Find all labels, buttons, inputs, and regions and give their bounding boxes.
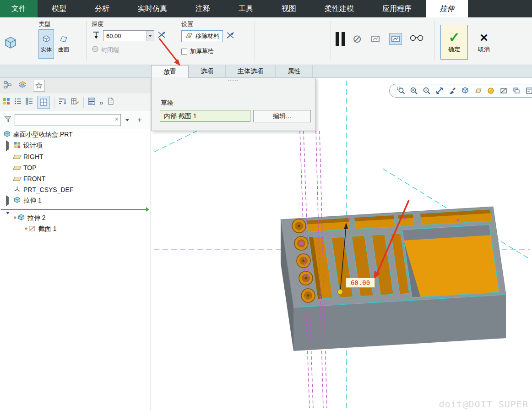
tab-options[interactable]: 选项	[189, 65, 226, 78]
pause-button[interactable]	[336, 32, 345, 46]
tab-properties[interactable]: 属性	[276, 65, 313, 78]
no-preview-icon[interactable]: ⊘	[353, 33, 362, 44]
attached-preview-icon[interactable]	[389, 33, 402, 45]
drag-handle[interactable]	[338, 290, 343, 295]
depth-group-label: 深度	[92, 20, 167, 28]
tree-item-top-plane[interactable]: TOP	[0, 162, 151, 173]
tree-item-label: 拉伸 2	[27, 214, 46, 222]
zoom-out-icon[interactable]	[421, 85, 433, 96]
ok-button[interactable]: ✓ 确定	[440, 25, 468, 60]
menu-file[interactable]: 文件	[0, 0, 38, 17]
list-view-icon[interactable]	[14, 98, 22, 107]
unattached-preview-icon[interactable]	[369, 33, 382, 45]
datum-display-icon[interactable]	[472, 85, 484, 96]
sort-icon[interactable]	[59, 98, 67, 107]
layers-icon[interactable]	[18, 81, 27, 90]
tree-item-right-plane[interactable]: RIGHT	[0, 151, 151, 162]
tree-document-icon[interactable]	[107, 98, 114, 107]
menu-live-simulation[interactable]: 实时仿真	[124, 0, 181, 17]
refit-icon[interactable]	[434, 85, 445, 96]
tree-columns-button[interactable]	[37, 96, 50, 109]
display-style-icon[interactable]	[459, 85, 471, 96]
tree-filter-input[interactable]	[15, 114, 121, 126]
menu-extrude-active-tab[interactable]: 拉伸	[426, 0, 468, 17]
surface-icon	[60, 35, 68, 44]
filter-funnel-icon[interactable]	[4, 115, 12, 125]
tree-item-design-items[interactable]: 设计项	[0, 140, 151, 151]
menu-view[interactable]: 视图	[267, 0, 310, 17]
filter-clear-icon[interactable]: ×	[115, 116, 119, 122]
more-tools-chevron[interactable]: »	[99, 99, 103, 106]
tree-item-part-root[interactable]: 桌面小型收纳盒.PRT	[0, 129, 151, 140]
depth-dropdown-arrow[interactable]	[146, 31, 154, 41]
verify-glasses-icon[interactable]	[409, 34, 424, 44]
flip-depth-direction-icon[interactable]	[157, 30, 167, 41]
panel-grip[interactable]: •••••	[228, 78, 239, 82]
model-tree-panel: » × + 桌面小型收纳盒.PRT 设计项 RIGHT TOP	[0, 78, 151, 411]
menu-model[interactable]: 模型	[38, 0, 81, 17]
filter-add-button[interactable]: +	[135, 114, 145, 126]
ribbon-group-depth: 深度 60.00 封闭端	[92, 20, 167, 54]
expand-arrow-icon[interactable]	[6, 197, 9, 204]
menu-analysis[interactable]: 分析	[81, 0, 124, 17]
detail-list-icon[interactable]	[26, 98, 33, 107]
insert-locator[interactable]	[0, 206, 151, 213]
ribbon-separator	[86, 21, 87, 60]
flip-material-side-icon[interactable]	[225, 31, 235, 42]
ribbon-group-settings: 设置 移除材料 加厚草绘	[181, 20, 235, 55]
thicken-sketch-toggle[interactable]: 加厚草绘	[181, 47, 235, 55]
surface-button[interactable]: 曲面	[56, 29, 71, 59]
favorites-button[interactable]	[33, 80, 45, 92]
model-3d[interactable]	[281, 207, 506, 351]
section-icon[interactable]	[498, 85, 510, 96]
expand-arrow-icon[interactable]	[6, 142, 9, 149]
tree-item-extrude-1[interactable]: 拉伸 1	[0, 195, 151, 206]
tree-item-csys[interactable]: PRT_CSYS_DEF	[0, 184, 151, 195]
type-group-label: 类型	[38, 20, 71, 28]
tree-toggle-icon[interactable]	[4, 81, 12, 91]
annotation-display-icon[interactable]	[523, 85, 532, 96]
tree-item-extrude-2[interactable]: * 拉伸 2	[0, 213, 151, 224]
menu-flexible-modeling[interactable]: 柔性建模	[310, 0, 368, 17]
menu-annotate[interactable]: 注释	[181, 0, 224, 17]
thicken-sketch-checkbox[interactable]	[181, 49, 187, 55]
ribbon-group-type: 类型 实体 曲面	[38, 20, 71, 59]
depth-value-combobox[interactable]: 60.00	[103, 30, 154, 41]
tree-item-label: 截面 1	[38, 225, 57, 233]
tree-item-label: RIGHT	[23, 153, 43, 160]
capped-ends-toggle[interactable]: 封闭端	[92, 45, 167, 54]
view-manager-icon[interactable]	[510, 85, 522, 96]
ok-button-label: 确定	[448, 45, 460, 54]
menu-applications[interactable]: 应用程序	[368, 0, 426, 17]
tree-filter-settings-icon[interactable]	[71, 98, 79, 107]
tree-item-front-plane[interactable]: FRONT	[0, 173, 151, 184]
capped-ends-label: 封闭端	[101, 46, 119, 54]
tree-item-label: 拉伸 1	[23, 197, 42, 205]
depth-option-icon[interactable]	[92, 30, 101, 41]
filter-dropdown-button[interactable]	[123, 114, 132, 126]
insert-locator-line	[1, 209, 146, 210]
tab-placement[interactable]: 放置	[151, 65, 189, 78]
zoom-window-icon[interactable]	[395, 85, 407, 96]
depth-dimension-value[interactable]: 60.00	[346, 278, 375, 288]
appearance-icon[interactable]	[485, 85, 497, 96]
menu-tools[interactable]: 工具	[224, 0, 267, 17]
repaint-icon[interactable]	[446, 85, 458, 96]
tree-settings-icon[interactable]	[3, 98, 10, 107]
tab-body-options[interactable]: 主体选项	[226, 65, 276, 78]
tree-item-label: 桌面小型收纳盒.PRT	[13, 131, 73, 139]
collapse-arrow-icon[interactable]	[6, 214, 10, 222]
tree-item-section-1[interactable]: * 截面 1	[0, 224, 151, 235]
zoom-in-icon[interactable]	[408, 85, 420, 96]
ribbon-separator	[434, 21, 434, 60]
saved-list-icon[interactable]	[88, 98, 95, 107]
extrude-icon	[14, 197, 21, 205]
edit-sketch-button[interactable]: 编辑...	[253, 110, 311, 122]
cancel-button[interactable]: × 取消	[472, 25, 496, 60]
sketch-collector-field[interactable]: 内部 截面 1	[160, 110, 250, 122]
graphics-toolbar	[389, 84, 532, 98]
extrude-feature-icon	[4, 36, 17, 51]
remove-material-button[interactable]: 移除材料	[181, 30, 223, 42]
solid-button[interactable]: 实体	[38, 29, 54, 59]
depth-value[interactable]: 60.00	[103, 33, 146, 39]
